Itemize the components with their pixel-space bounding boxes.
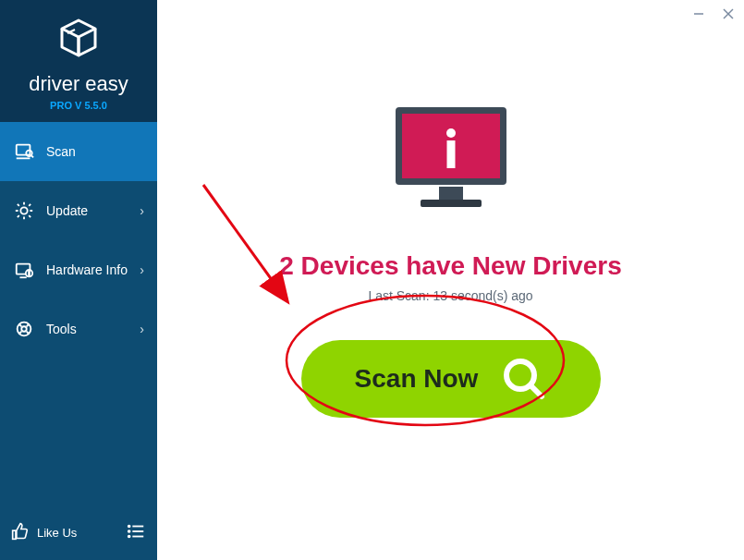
svg-point-27 bbox=[128, 535, 130, 537]
sidebar-item-scan[interactable]: Scan bbox=[0, 122, 157, 181]
svg-rect-22 bbox=[13, 530, 16, 539]
chevron-right-icon: › bbox=[140, 262, 144, 277]
like-us-label: Like Us bbox=[37, 526, 77, 540]
svg-line-13 bbox=[19, 324, 22, 327]
minimize-button[interactable] bbox=[690, 6, 707, 22]
scan-now-button[interactable]: Scan Now bbox=[301, 340, 601, 418]
svg-rect-35 bbox=[421, 200, 482, 207]
sidebar-nav: Scan Update › i Hardware Info bbox=[0, 122, 157, 505]
sidebar-item-label: Scan bbox=[46, 144, 76, 159]
svg-point-25 bbox=[128, 530, 130, 532]
svg-line-15 bbox=[19, 332, 22, 335]
svg-point-7 bbox=[20, 207, 27, 213]
svg-line-6 bbox=[31, 155, 33, 157]
thumbs-up-icon bbox=[11, 522, 30, 544]
monitor-alert-icon bbox=[382, 102, 520, 222]
close-button[interactable] bbox=[720, 6, 737, 22]
headline-text: 2 Devices have New Drivers bbox=[279, 251, 621, 281]
svg-point-23 bbox=[128, 525, 130, 527]
brand-name: driver easy bbox=[0, 72, 157, 96]
svg-line-14 bbox=[27, 324, 30, 327]
scan-icon bbox=[13, 140, 35, 163]
hardware-info-icon: i bbox=[13, 259, 35, 281]
sidebar-bottom: Like Us bbox=[0, 505, 157, 560]
brand-header: driver easy PRO V 5.5.0 bbox=[0, 0, 157, 122]
magnifier-icon bbox=[500, 355, 546, 404]
last-scan-text: Last Scan: 13 second(s) ago bbox=[368, 288, 532, 303]
svg-line-41 bbox=[203, 185, 287, 300]
like-us-button[interactable]: Like Us bbox=[11, 522, 77, 544]
gear-update-icon bbox=[13, 200, 35, 222]
sidebar-item-label: Tools bbox=[46, 322, 77, 336]
svg-rect-34 bbox=[439, 187, 463, 200]
chevron-right-icon: › bbox=[140, 203, 144, 218]
chevron-right-icon: › bbox=[140, 322, 144, 336]
sidebar-item-label: Update bbox=[46, 203, 88, 218]
tools-icon bbox=[13, 318, 35, 340]
sidebar-item-hardware-info[interactable]: i Hardware Info › bbox=[0, 240, 157, 299]
svg-line-16 bbox=[27, 332, 30, 335]
scan-button-label: Scan Now bbox=[355, 364, 479, 394]
window-controls bbox=[690, 6, 737, 22]
sidebar-item-label: Hardware Info bbox=[46, 262, 128, 277]
svg-line-39 bbox=[531, 385, 542, 396]
svg-marker-0 bbox=[62, 20, 95, 37]
main-content: 2 Devices have New Drivers Last Scan: 13… bbox=[157, 0, 744, 560]
svg-point-17 bbox=[21, 326, 27, 332]
svg-point-36 bbox=[446, 128, 456, 138]
brand-version: PRO V 5.5.0 bbox=[0, 100, 157, 111]
sidebar-item-update[interactable]: Update › bbox=[0, 181, 157, 240]
logo-cube-icon bbox=[56, 17, 101, 65]
menu-list-icon[interactable] bbox=[126, 521, 146, 545]
svg-rect-37 bbox=[446, 140, 455, 168]
sidebar-item-tools[interactable]: Tools › bbox=[0, 299, 157, 359]
sidebar: driver easy PRO V 5.5.0 Scan Up bbox=[0, 0, 157, 560]
